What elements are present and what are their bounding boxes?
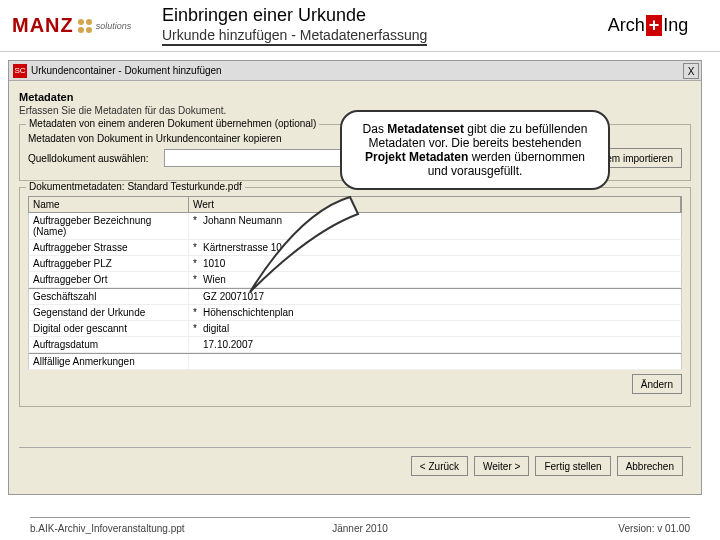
manz-logo-sub: solutions — [96, 21, 132, 31]
arch-text: Arch — [608, 15, 645, 36]
callout-tail-icon — [240, 192, 360, 302]
cell-name: Auftragsdatum — [29, 337, 189, 352]
table-row[interactable]: Allfällige Anmerkungen — [28, 353, 682, 370]
content-area: SC Urkundencontainer - Dokument hinzufüg… — [0, 52, 720, 492]
next-button[interactable]: Weiter > — [474, 456, 529, 476]
cell-value: 17.10.2007 — [189, 337, 681, 352]
cell-name: Allfällige Anmerkungen — [29, 354, 189, 369]
logo-manz: MANZ solutions — [12, 6, 142, 46]
manz-dots-icon — [78, 19, 92, 33]
dialog-titlebar: SC Urkundencontainer - Dokument hinzufüg… — [9, 61, 701, 81]
dialog-title-text: Urkundencontainer - Dokument hinzufügen — [31, 65, 222, 76]
plus-icon: + — [646, 15, 663, 36]
dialog-icon: SC — [13, 64, 27, 78]
table-row[interactable]: Auftragsdatum17.10.2007 — [28, 337, 682, 353]
col-name: Name — [29, 197, 189, 212]
groupbox-label-2: Dokumentmetadaten: Standard Testurkunde.… — [26, 181, 245, 192]
page-header: MANZ solutions Einbringen einer Urkunde … — [0, 0, 720, 52]
dialog-footer-buttons: < Zurück Weiter > Fertig stellen Abbrech… — [19, 447, 691, 484]
cell-name: Digital oder gescannt — [29, 321, 189, 336]
cancel-button[interactable]: Abbrechen — [617, 456, 683, 476]
cell-value — [189, 354, 681, 369]
cell-value: *digital — [189, 321, 681, 336]
table-row[interactable]: Digital oder gescannt*digital — [28, 321, 682, 337]
back-button[interactable]: < Zurück — [411, 456, 468, 476]
ing-text: Ing — [663, 15, 688, 36]
finish-button[interactable]: Fertig stellen — [535, 456, 610, 476]
cell-name: Geschäftszahl — [29, 289, 189, 304]
manz-logo-text: MANZ — [12, 14, 74, 37]
cell-name: Auftraggeber Bezeichnung (Name) — [29, 213, 189, 239]
cell-name: Auftraggeber Ort — [29, 272, 189, 287]
cell-name: Gegenstand der Urkunde — [29, 305, 189, 320]
section-title: Metadaten — [19, 91, 691, 103]
callout-bubble: Das Metadatenset gibt die zu befüllenden… — [340, 110, 610, 190]
source-label: Quelldokument auswählen: — [28, 153, 158, 164]
footer-divider — [30, 517, 690, 518]
cell-name: Auftraggeber Strasse — [29, 240, 189, 255]
cell-name: Auftraggeber PLZ — [29, 256, 189, 271]
footer-center: Jänner 2010 — [332, 523, 388, 534]
footer-right: Version: v 01.00 — [618, 523, 690, 534]
table-row[interactable]: Gegenstand der Urkunde*Höhenschichtenpla… — [28, 305, 682, 321]
page-subtitle: Urkunde hinzufügen - Metadatenerfassung — [162, 27, 427, 46]
title-block: Einbringen einer Urkunde Urkunde hinzufü… — [142, 5, 588, 46]
page-footer: b.AIK-Archiv_Infoveranstaltung.ppt Jänne… — [0, 523, 720, 534]
cell-value: *Höhenschichtenplan — [189, 305, 681, 320]
close-button[interactable]: X — [683, 63, 699, 79]
groupbox-label-1: Metadaten von einem anderen Dokument übe… — [26, 118, 319, 129]
change-button[interactable]: Ändern — [632, 374, 682, 394]
footer-left: b.AIK-Archiv_Infoveranstaltung.ppt — [30, 523, 185, 534]
logo-arching: Arch+Ing — [588, 8, 708, 44]
page-title: Einbringen einer Urkunde — [162, 5, 588, 26]
